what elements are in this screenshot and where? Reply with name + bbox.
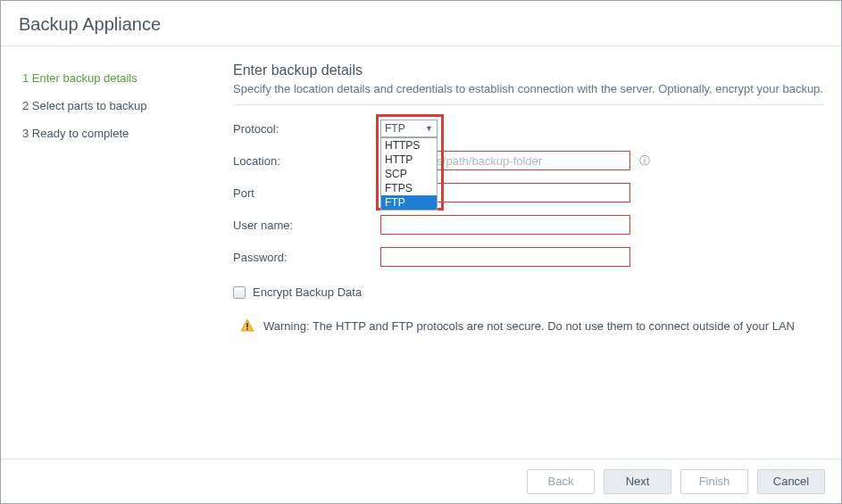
step-number: 1: [22, 71, 29, 85]
protocol-option-ftps[interactable]: FTPS: [381, 181, 437, 195]
port-row: Port: [233, 182, 823, 203]
protocol-row: Protocol: FTP ▼ HTTPS HTTP SCP FTPS FTP: [233, 118, 823, 139]
warning-row: Warning: The HTTP and FTP protocols are …: [233, 318, 823, 333]
encrypt-row: Encrypt Backup Data: [233, 285, 823, 299]
step-label: Ready to complete: [32, 127, 129, 140]
encrypt-checkbox[interactable]: [233, 286, 246, 299]
password-input[interactable]: [380, 247, 630, 267]
protocol-select[interactable]: FTP ▼ HTTPS HTTP SCP FTPS FTP: [380, 120, 438, 137]
protocol-value: FTP: [385, 122, 405, 135]
protocol-option-ftp[interactable]: FTP: [381, 195, 437, 210]
content-subtitle: Specify the location details and credent…: [233, 82, 823, 105]
wizard-step-3[interactable]: 3 Ready to complete: [1, 120, 224, 147]
protocol-option-https[interactable]: HTTPS: [381, 138, 437, 153]
dialog-body: 1 Enter backup details 2 Select parts to…: [1, 46, 841, 455]
protocol-label: Protocol:: [233, 122, 380, 136]
wizard-step-1[interactable]: 1 Enter backup details: [1, 64, 224, 92]
encrypt-label: Encrypt Backup Data: [253, 285, 362, 299]
wizard-content: Enter backup details Specify the locatio…: [224, 46, 841, 455]
finish-button[interactable]: Finish: [680, 469, 748, 494]
cancel-button[interactable]: Cancel: [757, 469, 825, 494]
username-input[interactable]: [380, 215, 630, 235]
dialog-footer: Back Next Finish Cancel: [1, 459, 841, 503]
step-number: 2: [22, 99, 29, 112]
protocol-option-scp[interactable]: SCP: [381, 167, 437, 181]
content-title: Enter backup details: [233, 62, 823, 78]
svg-rect-1: [246, 328, 248, 330]
next-button[interactable]: Next: [604, 469, 671, 494]
back-button[interactable]: Back: [527, 469, 595, 494]
dialog-title: Backup Appliance: [19, 14, 823, 35]
password-row: Password:: [233, 246, 823, 268]
step-number: 3: [22, 127, 29, 140]
protocol-dropdown: HTTPS HTTP SCP FTPS FTP: [380, 137, 438, 211]
dialog-header: Backup Appliance: [1, 1, 841, 46]
warning-icon: [240, 318, 254, 333]
svg-rect-0: [246, 323, 248, 327]
location-row: Location: ⓘ: [233, 150, 823, 171]
location-label: Location:: [233, 154, 380, 168]
username-label: User name:: [233, 219, 380, 232]
info-icon[interactable]: ⓘ: [639, 153, 650, 169]
username-row: User name:: [233, 214, 823, 235]
wizard-sidebar: 1 Enter backup details 2 Select parts to…: [1, 46, 224, 455]
warning-text: Warning: The HTTP and FTP protocols are …: [263, 319, 795, 333]
step-label: Enter backup details: [32, 71, 138, 85]
backup-form: Protocol: FTP ▼ HTTPS HTTP SCP FTPS FTP: [233, 118, 823, 333]
wizard-step-2[interactable]: 2 Select parts to backup: [1, 92, 224, 120]
port-label: Port: [233, 186, 380, 200]
protocol-option-http[interactable]: HTTP: [381, 153, 437, 167]
chevron-down-icon: ▼: [425, 124, 433, 133]
password-label: Password:: [233, 251, 380, 264]
step-label: Select parts to backup: [32, 99, 147, 112]
protocol-select-display[interactable]: FTP ▼: [380, 120, 438, 137]
